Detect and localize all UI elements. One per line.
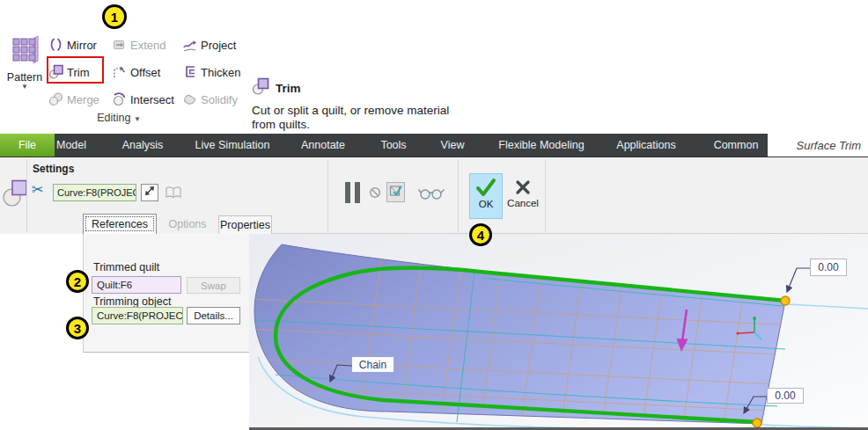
trim-highlight-box — [47, 56, 104, 84]
application-window: Pattern ▼ Mirror Extend — [0, 0, 868, 430]
settings-label: Settings — [33, 163, 74, 175]
cancel-x-icon — [514, 179, 532, 198]
no-preview-icon[interactable] — [369, 186, 381, 202]
ribbon-item-thicken[interactable]: Thicken — [182, 64, 251, 82]
ribbon-item-label: Offset — [130, 66, 160, 79]
menu-item-view[interactable]: View — [441, 134, 465, 157]
ok-button[interactable]: OK — [469, 173, 503, 219]
intersect-icon — [112, 91, 127, 109]
trimming-object-label: Trimming object — [93, 295, 171, 308]
tab-references[interactable]: References — [83, 214, 157, 234]
tab-properties[interactable]: Properties — [218, 215, 272, 234]
menu-item-flexible-modeling[interactable]: Flexible Modeling — [498, 134, 584, 157]
trimming-object-field[interactable]: Curve:F8(PROJEC — [92, 307, 183, 324]
menu-item-live-simulation[interactable]: Live Simulation — [195, 134, 270, 157]
book-icon[interactable] — [165, 184, 182, 205]
dimension-value-bottom[interactable]: 0.00 — [767, 388, 804, 404]
chain-label: Chain — [352, 357, 394, 372]
ribbon-item-project[interactable]: Project — [182, 37, 251, 55]
tab-options: Options — [158, 215, 217, 233]
tab-label: Properties — [220, 219, 270, 231]
tab-label: Options — [168, 218, 206, 230]
menu-item-tools[interactable]: Tools — [380, 134, 406, 157]
glasses-icon[interactable] — [418, 186, 445, 204]
chain-endpoint-handle-bottom — [753, 419, 761, 427]
ribbon-item-extend: Extend — [112, 37, 182, 55]
cancel-button[interactable]: Cancel — [506, 173, 540, 224]
flip-arrows-icon — [142, 183, 158, 202]
pattern-icon — [10, 33, 40, 71]
ribbon-item-mirror[interactable]: Mirror — [48, 37, 112, 55]
pattern-button[interactable]: Pattern ▼ — [4, 33, 46, 91]
ribbon-item-solidify: Solidify — [182, 91, 251, 109]
trimmed-quilt-field[interactable]: Quilt:F6 — [92, 276, 181, 294]
menu-item-common[interactable]: Common — [714, 134, 759, 157]
context-tab-surface-trim: Surface Trim — [768, 134, 868, 157]
verify-box-icon — [388, 183, 403, 201]
thicken-icon — [182, 64, 197, 82]
dimension-value-top[interactable]: 0.00 — [810, 259, 847, 276]
menu-item-annotate[interactable]: Annotate — [301, 134, 345, 157]
feature-preview-toggle[interactable] — [386, 182, 405, 202]
project-icon — [182, 37, 197, 55]
trim-tooltip: Trim Cut or split a quilt, or remove mat… — [252, 77, 516, 132]
menubar: File Model Analysis Live Simulation Anno… — [0, 134, 868, 157]
swap-button: Swap — [187, 277, 240, 294]
offset-icon — [112, 64, 127, 82]
references-panel: Trimmed quilt Quilt:F6 Swap Trimming obj… — [83, 233, 250, 353]
editing-caret-icon: ▼ — [134, 115, 141, 123]
menu-item-applications[interactable]: Applications — [616, 134, 675, 157]
ribbon-group-label[interactable]: Editing ▼ — [48, 112, 189, 124]
pattern-label: Pattern — [7, 71, 42, 84]
ribbon-item-intersect[interactable]: Intersect — [112, 91, 182, 109]
trimming-object-collector[interactable]: Curve:F8(PROJEC — [53, 184, 136, 201]
callout-2: 2 — [66, 270, 89, 293]
menu-item-model[interactable]: Model — [56, 134, 86, 157]
callout-1: 1 — [102, 4, 127, 29]
ok-label: OK — [479, 199, 494, 209]
ok-check-icon — [475, 178, 497, 199]
trimmed-quilt-label: Trimmed quilt — [93, 261, 159, 273]
details-button[interactable]: Details... — [187, 307, 240, 324]
ribbon-item-label: Mirror — [67, 39, 97, 52]
extend-icon — [112, 37, 127, 55]
cancel-label: Cancel — [507, 198, 539, 208]
ribbon-item-label: Solidify — [201, 93, 238, 106]
merge-icon — [48, 91, 63, 109]
ribbon-item-label: Intersect — [130, 93, 174, 106]
tab-label: References — [92, 218, 148, 230]
menu-item-analysis[interactable]: Analysis — [122, 134, 164, 157]
pause-icon[interactable] — [345, 182, 361, 207]
mirror-icon — [48, 37, 63, 55]
tooltip-body-line1: Cut or split a quilt, or remove material — [252, 104, 516, 118]
scissors-icon: ✂ — [32, 181, 43, 198]
callout-3: 3 — [66, 317, 89, 339]
ribbon-item-label: Project — [201, 39, 236, 52]
chain-endpoint-handle-top — [781, 296, 790, 305]
flip-direction-button[interactable] — [141, 184, 158, 201]
menu-item-file[interactable]: File — [0, 134, 55, 157]
ribbon-editing-group: Pattern ▼ Mirror Extend — [0, 0, 868, 134]
tooltip-title: Trim — [276, 82, 301, 95]
ribbon-item-offset[interactable]: Offset — [112, 64, 182, 82]
callout-4: 4 — [469, 223, 492, 246]
trim-tooltip-icon — [252, 77, 269, 98]
pattern-caret-icon[interactable]: ▼ — [21, 84, 28, 91]
ribbon-item-label: Thicken — [201, 66, 241, 79]
ribbon-item-merge: Merge — [48, 91, 112, 109]
solidify-icon — [182, 91, 197, 109]
ribbon-item-label: Merge — [67, 93, 99, 106]
tooltip-body-line2: from quilts. — [252, 118, 516, 132]
ribbon-item-label: Extend — [130, 39, 166, 52]
